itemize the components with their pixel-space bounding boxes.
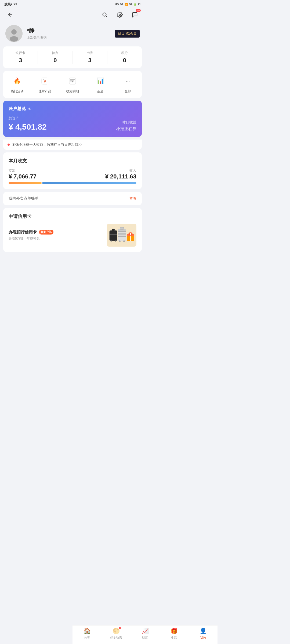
notice-text: 闲钱不浪费一天收益，假期存入当日也起息>> bbox=[12, 142, 82, 147]
svg-rect-23 bbox=[120, 227, 124, 229]
stat-coupons-value: 3 bbox=[73, 57, 107, 64]
takeout-row[interactable]: 我的外卖点单账单 查看 bbox=[3, 192, 142, 205]
battery-level: 71 bbox=[138, 3, 141, 6]
svg-rect-11 bbox=[70, 80, 74, 81]
action-fund[interactable]: 📊 基金 bbox=[92, 75, 108, 94]
income-progress bbox=[42, 182, 136, 184]
spend-progress-bar bbox=[9, 182, 136, 184]
svg-rect-12 bbox=[70, 82, 74, 82]
notice-dot-icon bbox=[8, 144, 10, 146]
card-body: 总资产 ¥ 4,501.82 昨日收益 小招正在算 bbox=[9, 116, 136, 131]
takeout-label: 我的外卖点单账单 bbox=[9, 196, 39, 201]
settings-button[interactable] bbox=[115, 10, 125, 20]
stat-bank-cards-value: 3 bbox=[3, 57, 38, 64]
stats-row: 银行卡 3 待办 0 卡券 3 积分 0 bbox=[3, 46, 142, 68]
stat-points[interactable]: 积分 0 bbox=[107, 51, 142, 64]
hd-icon: HD bbox=[115, 3, 119, 6]
profile-name: *静 bbox=[27, 27, 111, 34]
stat-pending-value: 0 bbox=[38, 57, 72, 64]
yesterday-income-label: 昨日收益 bbox=[116, 120, 136, 125]
svg-point-3 bbox=[11, 29, 17, 35]
card-header: 账户总览 👁 bbox=[9, 106, 136, 112]
stat-points-value: 0 bbox=[107, 57, 142, 64]
wealth-products-icon: ¥ bbox=[39, 75, 51, 87]
stat-coupons[interactable]: 卡券 3 bbox=[73, 51, 107, 64]
svg-rect-22 bbox=[118, 236, 126, 237]
message-button[interactable]: 35 bbox=[130, 10, 140, 20]
income-label: 收入 bbox=[105, 168, 136, 173]
svg-point-1 bbox=[119, 14, 121, 16]
transactions-label: 收支明细 bbox=[66, 89, 79, 94]
account-overview-card: 账户总览 👁 总资产 ¥ 4,501.82 昨日收益 小招正在算 bbox=[3, 101, 142, 137]
fund-icon: 📊 bbox=[94, 75, 106, 87]
back-button[interactable] bbox=[5, 10, 15, 20]
action-wealth-products[interactable]: ¥ 理财产品 bbox=[37, 75, 53, 94]
action-hot-events[interactable]: 🔥 热门活动 bbox=[9, 75, 25, 94]
expense-value: ¥ 7,066.77 bbox=[9, 173, 37, 180]
status-bar: 凌晨2:23 HD 5G 📶 5G 🔋 71 bbox=[0, 0, 145, 8]
credit-card-label: 办理招行信用卡 领新户礼 bbox=[9, 230, 53, 235]
total-asset-value: ¥ 4,501.82 bbox=[9, 122, 47, 131]
hot-events-icon: 🔥 bbox=[11, 75, 23, 87]
notice-bar[interactable]: 闲钱不浪费一天收益，假期存入当日也起息>> bbox=[3, 140, 142, 150]
signal-icon: 5G bbox=[129, 3, 132, 6]
monthly-section-title: 本月收支 bbox=[9, 158, 136, 164]
svg-rect-15 bbox=[110, 234, 117, 235]
svg-point-25 bbox=[123, 240, 125, 242]
profile-info: *静 上次登录 昨天 bbox=[27, 27, 111, 40]
avatar[interactable] bbox=[5, 25, 23, 42]
member-label: 1 bbox=[122, 32, 124, 35]
fund-label: 基金 bbox=[97, 89, 103, 94]
stat-pending[interactable]: 待办 0 bbox=[38, 51, 73, 64]
search-button[interactable] bbox=[100, 10, 110, 20]
signal-5g-icon: 5G bbox=[120, 3, 123, 6]
takeout-view-link[interactable]: 查看 bbox=[129, 196, 136, 201]
credit-section-title: 申请信用卡 bbox=[9, 213, 136, 219]
svg-rect-21 bbox=[118, 233, 126, 235]
svg-rect-13 bbox=[110, 230, 117, 241]
stat-bank-cards[interactable]: 银行卡 3 bbox=[3, 51, 38, 64]
member-m1-icon: M bbox=[118, 32, 121, 36]
svg-point-17 bbox=[115, 240, 116, 241]
member-badge[interactable]: M 1 M1会员 bbox=[115, 30, 140, 38]
quick-actions: 🔥 热门活动 ¥ 理财产品 ¥ bbox=[3, 71, 142, 98]
expense-progress bbox=[9, 182, 42, 184]
svg-point-4 bbox=[10, 36, 18, 42]
status-time: 凌晨2:23 bbox=[4, 2, 17, 7]
monthly-section: 本月收支 支出 ¥ 7,066.77 收入 ¥ 20,111.63 bbox=[3, 152, 142, 189]
top-navigation: 35 bbox=[0, 8, 145, 23]
income-value: ¥ 20,111.63 bbox=[105, 173, 136, 180]
message-badge: 35 bbox=[136, 9, 141, 12]
visibility-icon[interactable]: 👁 bbox=[28, 107, 32, 111]
credit-card-section: 申请信用卡 办理招行信用卡 领新户礼 最高5万额；年费可免 bbox=[3, 208, 142, 252]
expense-label: 支出 bbox=[9, 168, 37, 173]
svg-rect-14 bbox=[112, 229, 115, 231]
status-icons: HD 5G 📶 5G 🔋 71 bbox=[115, 3, 141, 6]
yesterday-income-section: 昨日收益 小招正在算 bbox=[116, 120, 136, 131]
svg-rect-29 bbox=[127, 237, 134, 237]
credit-card-subtext: 最高5万额；年费可免 bbox=[9, 236, 53, 241]
nav-right-icons: 35 bbox=[100, 10, 140, 20]
action-transactions[interactable]: ¥ 收支明细 bbox=[64, 75, 81, 94]
transactions-icon: ¥ bbox=[67, 75, 78, 87]
income-section: 收入 ¥ 20,111.63 bbox=[105, 168, 136, 180]
total-asset-label: 总资产 bbox=[9, 116, 47, 121]
expense-section: 支出 ¥ 7,066.77 bbox=[9, 168, 37, 180]
yesterday-income-value: 小招正在算 bbox=[116, 126, 136, 131]
total-asset-section: 总资产 ¥ 4,501.82 bbox=[9, 116, 47, 131]
svg-point-16 bbox=[110, 240, 112, 241]
new-user-badge: 领新户礼 bbox=[39, 230, 53, 235]
credit-card-label-text: 办理招行信用卡 bbox=[9, 230, 37, 235]
svg-rect-7 bbox=[43, 79, 44, 80]
last-login: 上次登录 昨天 bbox=[27, 35, 111, 40]
stat-bank-cards-label: 银行卡 bbox=[3, 51, 38, 55]
all-label: 全部 bbox=[125, 89, 131, 94]
svg-point-24 bbox=[119, 240, 121, 242]
hot-events-label: 热门活动 bbox=[11, 89, 24, 94]
stat-pending-label: 待办 bbox=[38, 51, 72, 55]
svg-point-32 bbox=[130, 233, 131, 235]
stat-coupons-label: 卡券 bbox=[73, 51, 107, 55]
action-all[interactable]: ··· 全部 bbox=[120, 75, 136, 94]
svg-rect-20 bbox=[118, 231, 126, 232]
profile-section: *静 上次登录 昨天 M 1 M1会员 bbox=[0, 23, 145, 46]
